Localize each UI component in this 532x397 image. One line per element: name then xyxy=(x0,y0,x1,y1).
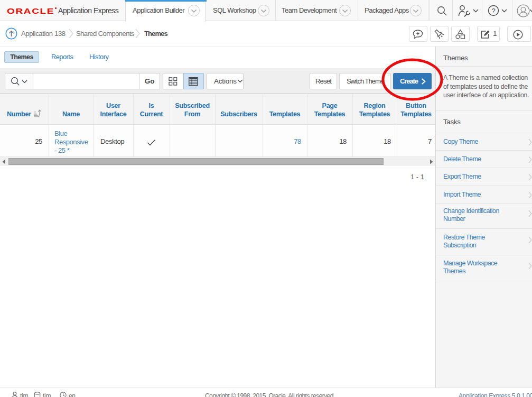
svg-text:?: ? xyxy=(491,7,495,15)
